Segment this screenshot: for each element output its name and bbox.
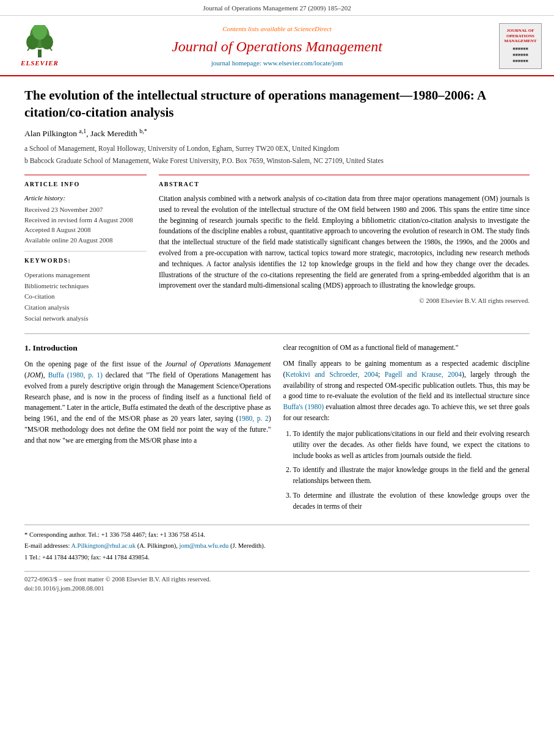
email-footnote: E-mail addresses: A.Pilkington@rhul.ac.u… [24, 541, 530, 551]
footnote1: 1 Tel.: +44 1784 443790; fax: +44 1784 4… [24, 553, 530, 562]
intro-para1: On the opening page of the first issue o… [24, 359, 271, 446]
affiliations: a School of Management, Royal Holloway, … [24, 144, 530, 166]
journal-title-header: Journal of Operations Management [67, 37, 487, 57]
journal-center: Contents lists available at ScienceDirec… [67, 24, 487, 68]
top-bar: Journal of Operations Management 27 (200… [0, 0, 554, 16]
keyword-3: Co-citation [24, 291, 147, 302]
body-two-col: 1. Introduction On the opening page of t… [0, 343, 554, 515]
elsevier-tree-icon [21, 25, 58, 59]
email1-link[interactable]: A.Pilkington@rhul.ac.uk [71, 542, 136, 549]
homepage-url[interactable]: www.elsevier.com/locate/jom [263, 59, 343, 67]
sciencedirect-line: Contents lists available at ScienceDirec… [67, 24, 487, 34]
page-footer: 0272-6963/$ – see front matter © 2008 El… [0, 571, 554, 593]
keyword-1: Operations management [24, 270, 147, 281]
corresponding-footnote: * Corresponding author. Tel.: +1 336 758… [24, 530, 530, 540]
affiliation-b: b Babcock Graduate School of Management,… [24, 156, 530, 166]
article-section: The evolution of the intellectual struct… [0, 76, 554, 165]
keyword-2: Bibliometric techniques [24, 281, 147, 292]
footer-line: 0272-6963/$ – see front matter © 2008 El… [24, 571, 530, 593]
authors-line: Alan Pilkington a,1, Jack Meredith b,* [24, 127, 530, 140]
history-label: Article history: [24, 194, 147, 203]
email-label: E-mail addresses: [24, 542, 70, 549]
article-history: Article history: Received 23 November 20… [24, 194, 147, 245]
intro-heading: 1. Introduction [24, 343, 271, 354]
goal-3: To determine and illustrate the evolutio… [293, 490, 530, 512]
keywords-title: Keywords: [24, 256, 147, 265]
svg-rect-0 [38, 49, 42, 57]
page: Journal of Operations Management 27 (200… [0, 0, 554, 756]
journal-logo-box: JOURNAL OFOPERATIONSMANAGEMENT ■■■■■■■■■… [499, 23, 542, 69]
info-abstract-section: ARTICLE INFO Article history: Received 2… [0, 175, 554, 324]
journal-homepage: journal homepage: www.elsevier.com/locat… [67, 59, 487, 68]
author1: Alan Pilkington a,1, Jack Meredith b,* [24, 129, 147, 138]
homepage-prefix: journal homepage: [211, 59, 263, 67]
abstract-title: ABSTRACT [159, 180, 530, 189]
email2-author: (J. Meredith). [230, 542, 265, 549]
footer-text: 0272-6963/$ – see front matter © 2008 El… [24, 576, 211, 583]
sciencedirect-name: ScienceDirect [294, 25, 332, 32]
abstract-section: ABSTRACT Citation analysis combined with… [159, 175, 530, 324]
keyword-5: Social network analysis [24, 313, 147, 324]
keywords-list: Operations management Bibliometric techn… [24, 270, 147, 324]
footnote-section: * Corresponding author. Tel.: +1 336 758… [24, 525, 530, 562]
date-received: Received 23 November 2007 Received in re… [24, 205, 147, 245]
elsevier-logo: ELSEVIER [12, 25, 67, 68]
contents-prefix: Contents lists available at [222, 25, 293, 32]
footer-doi: doi:10.1016/j.jom.2008.08.001 [24, 585, 104, 592]
article-title: The evolution of the intellectual struct… [24, 87, 530, 121]
abstract-text: Citation analysis combined with a networ… [159, 194, 530, 291]
affiliation-a: a School of Management, Royal Holloway, … [24, 144, 530, 154]
keyword-4: Citation analysis [24, 302, 147, 313]
logo-detail: ■■■■■■■■■■■■■■■■■■ [512, 46, 528, 64]
copyright-line: © 2008 Elsevier B.V. All rights reserved… [159, 296, 530, 305]
email2-link[interactable]: jom@mba.wfu.edu [180, 542, 229, 549]
intro-para2: clear recognition of OM as a functional … [283, 343, 530, 354]
goal-1: To identify the major publications/citat… [293, 429, 530, 461]
article-info-title: ARTICLE INFO [24, 180, 147, 189]
goal-2: To identify and illustrate the major kno… [293, 465, 530, 487]
journal-logo-right: JOURNAL OFOPERATIONSMANAGEMENT ■■■■■■■■■… [487, 23, 542, 69]
journal-citation: Journal of Operations Management 27 (200… [203, 4, 351, 12]
section-divider [24, 333, 530, 334]
keywords-section: Keywords: Operations management Bibliome… [24, 251, 147, 324]
journal-header: ELSEVIER Contents lists available at Sci… [0, 16, 554, 76]
body-right: clear recognition of OM as a functional … [283, 343, 530, 515]
logo-title: JOURNAL OFOPERATIONSMANAGEMENT [505, 28, 537, 43]
elsevier-brand-text: ELSEVIER [21, 59, 59, 68]
body-left: 1. Introduction On the opening page of t… [24, 343, 271, 515]
email1-author: (A. Pilkington), [137, 542, 178, 549]
research-goals-list: To identify the major publications/citat… [283, 429, 530, 512]
intro-para3: OM finally appears to be gaining momentu… [283, 358, 530, 424]
article-info: ARTICLE INFO Article history: Received 2… [24, 175, 147, 324]
